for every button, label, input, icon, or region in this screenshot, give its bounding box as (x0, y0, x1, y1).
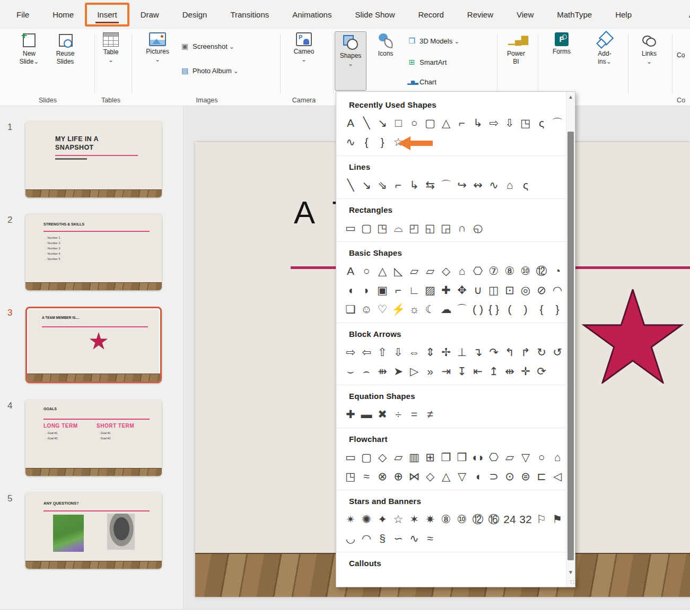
slide-thumbnail-2[interactable]: STRENGTHS & SKILLS Number 1 Number 2 Num… (25, 214, 162, 290)
shape-star-32-point[interactable]: 32 (518, 510, 534, 529)
shape-text-box[interactable]: A (343, 262, 359, 281)
scrollbar-thumb[interactable] (567, 132, 574, 560)
shape-dodecagon[interactable]: ⑫ (534, 262, 549, 281)
shape-up-arrow[interactable]: ⇧ (374, 343, 390, 362)
shape-alternate-process[interactable]: ▢ (359, 448, 374, 467)
shape-star-16-point[interactable]: ⑯ (486, 510, 502, 529)
shape-snip-single-corner[interactable]: ◳ (374, 219, 390, 238)
shape-elbow-connector[interactable]: ⌐ (390, 176, 406, 195)
shape-right-bracket[interactable]: ) (518, 300, 534, 319)
shape-wave[interactable]: ∿ (406, 529, 422, 548)
shape-manual-operation[interactable]: ▽ (518, 448, 534, 467)
shape-straight-line[interactable]: ╲ (359, 114, 374, 133)
shape-sort[interactable]: ◇ (422, 467, 438, 486)
shape-rectangle[interactable]: ▭ (343, 219, 359, 238)
shape-curved-up-arrow[interactable]: ⌣ (343, 362, 359, 381)
shape-elbow-arrow-connector[interactable]: ↳ (470, 114, 486, 133)
shape-merge[interactable]: ▽ (454, 467, 470, 486)
power-bi-button[interactable]: ▁▄▇ Power BI (499, 32, 533, 66)
shape-regular-pentagon[interactable]: ⌂ (454, 262, 470, 281)
tab-animations[interactable]: Animations (283, 0, 340, 29)
add-ins-button[interactable]: Add- ins (588, 32, 622, 66)
shape-left-up-arrow[interactable]: ↰ (502, 343, 518, 362)
shape-star-4-point[interactable]: ✦ (374, 510, 390, 529)
shape-right-triangle[interactable]: ◺ (390, 262, 406, 281)
shape-double-wave[interactable]: ≈ (422, 529, 438, 548)
shape-explosion-2[interactable]: ✺ (359, 510, 374, 529)
shape-cube[interactable]: ◫ (486, 281, 502, 300)
shape-donut[interactable]: ◎ (518, 281, 534, 300)
shape-left-brace[interactable]: { (534, 300, 549, 319)
scroll-up-icon[interactable]: ▲ (566, 94, 575, 100)
shape-math-plus[interactable]: ✚ (343, 405, 359, 424)
shape-arc[interactable]: ⌒ (454, 300, 470, 319)
shapes-menu-scrollbar[interactable]: ▲ ▼ ∷ (566, 92, 575, 587)
shape-punched-tape[interactable]: ≈ (359, 467, 374, 486)
shape-down-arrow-callout[interactable]: ↧ (454, 362, 470, 381)
shape-block-arc[interactable]: ◠ (549, 281, 565, 300)
shape-right-brace[interactable]: } (549, 300, 565, 319)
shape-chevron-arrow[interactable]: » (422, 362, 438, 381)
shape-freeform[interactable]: ⌂ (502, 176, 518, 195)
shape-curved-double-arrow-connector[interactable]: ↭ (470, 176, 486, 195)
shape-parallelogram[interactable]: ▱ (406, 262, 422, 281)
shape-quad-arrow-callout[interactable]: ✛ (518, 362, 534, 381)
shape-oval[interactable]: ○ (359, 262, 374, 281)
shape-star-10-point[interactable]: ⑩ (454, 510, 470, 529)
tab-slide-show[interactable]: Slide Show (346, 0, 404, 29)
shape-snip-corner-rectangle[interactable]: ◳ (518, 114, 534, 133)
slide-thumbnail-5[interactable]: ANY QUESTIONS? (25, 492, 162, 569)
shape-delay[interactable]: ⊃ (486, 467, 502, 486)
shape-pie[interactable]: ◔ (549, 262, 565, 281)
shape-right-arrow[interactable]: ⇨ (343, 343, 359, 362)
shape-stored-data[interactable]: ◖ (470, 467, 486, 486)
shape-math-not-equal[interactable]: ≠ (422, 405, 438, 424)
shape-teardrop[interactable]: ◗ (359, 281, 374, 300)
shapes-button[interactable]: Shapes (335, 34, 366, 68)
shape-diamond[interactable]: ◇ (438, 262, 454, 281)
shape-card[interactable]: ◳ (343, 467, 359, 486)
shape-octagon[interactable]: ⑧ (502, 262, 518, 281)
shape-or[interactable]: ⊕ (390, 467, 406, 486)
shape-striped-right-arrow[interactable]: ⇻ (374, 362, 390, 381)
shape-double-brace[interactable]: { } (486, 300, 502, 319)
shape-display[interactable]: ◁ (549, 467, 565, 486)
shape-notched-right-arrow[interactable]: ➤ (390, 362, 406, 381)
tab-record[interactable]: Record (409, 0, 452, 29)
shape-left-arrow[interactable]: ⇦ (359, 343, 374, 362)
shape-isosceles-triangle[interactable]: △ (438, 114, 454, 133)
shape-bevel[interactable]: ⊡ (502, 281, 518, 300)
shape-multidocument[interactable]: ❒ (454, 448, 470, 467)
scroll-down-icon[interactable]: ▼ (566, 569, 575, 575)
shape-document[interactable]: ❐ (438, 448, 454, 467)
screenshot-button[interactable]: ▣ Screenshot (180, 42, 234, 50)
tab-view[interactable]: View (508, 0, 543, 29)
shape-isosceles-triangle[interactable]: △ (374, 262, 390, 281)
shape-diagonal-stripe[interactable]: ▨ (422, 281, 438, 300)
shape-round-same-side-corners[interactable]: ∩ (454, 219, 470, 238)
shape-cloud[interactable]: ☁ (438, 300, 454, 319)
shape-bent-arrow[interactable]: ↴ (470, 343, 486, 362)
photo-album-button[interactable]: ▤ Photo Album (180, 66, 239, 75)
shape-heart[interactable]: ♡ (374, 300, 390, 319)
shape-curved-right-arrow[interactable]: ↻ (534, 343, 549, 362)
shape-left-arrow-callout[interactable]: ⇤ (470, 362, 486, 381)
shape-star-5-point[interactable]: ☆ (390, 510, 406, 529)
shape-smiley-face[interactable]: ☺ (359, 300, 374, 319)
shape-l-shape[interactable]: ∟ (406, 281, 422, 300)
shape-quad-arrow[interactable]: ✢ (438, 343, 454, 362)
shape-plaque[interactable]: ✥ (454, 281, 470, 300)
slide-star-shape[interactable] (581, 289, 684, 384)
shape-moon[interactable]: ☾ (422, 300, 438, 319)
smartart-button[interactable]: ⊞ SmartArt (407, 58, 447, 66)
tab-insert[interactable]: Insert (88, 0, 126, 29)
shape-folded-corner[interactable]: ❏ (343, 300, 359, 319)
shape-bent-up-arrow[interactable]: ↱ (518, 343, 534, 362)
shape-line-arrow[interactable]: ↘ (374, 114, 390, 133)
forms-button[interactable]: F Forms (544, 32, 579, 56)
shape-curved-arrow-connector[interactable]: ↪ (454, 176, 470, 195)
shape-terminator[interactable]: ◖◗ (470, 448, 486, 467)
shape-curved-connector[interactable]: ⌒ (438, 176, 454, 195)
slide-thumbnail-4[interactable]: GOALS LONG TERM SHORT TERM Goal #1 Goal … (25, 400, 162, 476)
shape-down-arrow[interactable]: ⇩ (390, 343, 406, 362)
